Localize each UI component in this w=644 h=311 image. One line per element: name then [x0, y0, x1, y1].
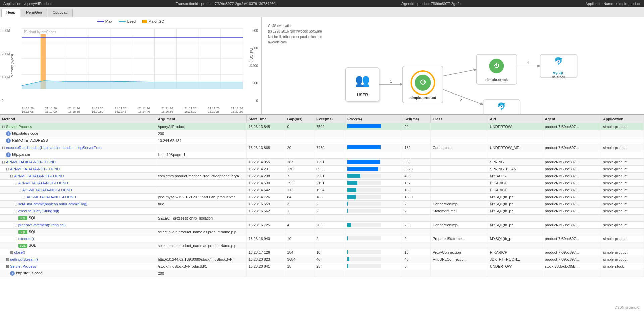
cell-method: ⊟Servlet Process: [0, 123, 156, 130]
cell-execpct: [345, 242, 402, 249]
expand-icon[interactable]: ⊟: [14, 237, 17, 241]
svg-text:tb_stock: tb_stock: [552, 75, 565, 79]
table-row: ihttp.status.code 200: [0, 130, 644, 137]
cell-app: simple-product: [601, 222, 644, 229]
expand-icon[interactable]: ⊟: [18, 188, 21, 192]
table-row: ⊡API-METADATA-NOT-FOUND jdbc:mysql://192…: [0, 194, 644, 201]
cell-api: HIKARICP: [488, 180, 543, 187]
cell-app: simple-product: [601, 144, 644, 151]
expand-icon[interactable]: ⊟: [14, 181, 17, 185]
data-table: Method Argument Start Time Gap(ms) Exec(…: [0, 115, 644, 277]
tab-permgen[interactable]: PermGen: [21, 9, 47, 17]
cell-api: UNDERTOW: [488, 123, 543, 130]
cell-api: HIKARICP: [488, 249, 543, 256]
cell-self: [402, 137, 431, 144]
expand-icon[interactable]: ⊟: [14, 223, 17, 227]
cell-agent: product-7f69bc897...: [543, 173, 601, 180]
cell-starttime: 16:23:16 725: [246, 222, 285, 229]
expand-icon[interactable]: ⊡: [22, 195, 25, 199]
cell-self: 493: [402, 173, 431, 180]
expand-icon[interactable]: ⊡: [10, 250, 13, 254]
cell-argument: com.ctnrs.product.mapper.ProductMapper.q…: [156, 173, 246, 180]
svg-text:1: 1: [390, 79, 392, 83]
method-text: Servlet Process: [6, 125, 32, 129]
expand-icon[interactable]: ⊟: [2, 160, 5, 164]
cell-self: 189: [402, 144, 431, 151]
cell-argument: [156, 249, 246, 256]
cell-argument: [156, 144, 246, 151]
cell-starttime: 16:23:20 823: [246, 256, 285, 263]
col-class: Class: [430, 115, 488, 123]
cell-agent: [543, 215, 601, 222]
table-row: ⊟executeQuery(String sql) 16:23:16 562 1…: [0, 208, 644, 215]
cell-exec: [314, 215, 345, 222]
cell-execpct: [345, 235, 402, 242]
legend-used: Used: [119, 19, 136, 23]
cell-starttime: 16:23:14 530: [246, 180, 285, 187]
cell-method: ⊡close(): [0, 249, 156, 256]
expand-icon[interactable]: ⊟: [10, 174, 13, 178]
expand-icon[interactable]: ⊡: [6, 257, 9, 261]
cell-execpct: [345, 130, 402, 137]
info-icon: i: [10, 271, 15, 276]
cell-class: [430, 215, 488, 222]
cell-class: ProxyConnection: [430, 249, 488, 256]
svg-text:MySQL: MySQL: [496, 114, 507, 114]
cell-exec: [314, 229, 345, 235]
cell-starttime: 16:23:13 868: [246, 144, 285, 151]
cell-self: [402, 215, 431, 222]
cell-api: [488, 242, 543, 249]
cell-self: 2: [402, 208, 431, 215]
col-agent: Agent: [543, 115, 601, 123]
expand-icon[interactable]: ⊟: [2, 146, 5, 150]
cell-app: [601, 229, 644, 235]
cell-execpct: [345, 222, 402, 229]
cell-argument: /stock/findStockByProductId/1: [156, 263, 246, 270]
expand-icon[interactable]: ⊟: [6, 264, 9, 268]
cell-method: ⊡getInputStream(): [0, 256, 156, 263]
tab-cpuload[interactable]: CpuLoad: [48, 9, 73, 17]
cell-exec: 2: [314, 201, 345, 208]
cell-self: 336: [402, 159, 431, 166]
cell-method: ihttp.status.code: [0, 130, 156, 137]
expand-icon[interactable]: ⊟: [14, 209, 17, 213]
cell-starttime: [246, 130, 285, 137]
cell-starttime: [246, 242, 285, 249]
cell-starttime: 16:23:17 126: [246, 249, 285, 256]
table-row: ⊟API-METADATA-NOT-FOUND com.ctnrs.produc…: [0, 173, 644, 180]
cell-api: [488, 151, 543, 159]
cell-starttime: [246, 270, 285, 277]
cell-execpct: [345, 215, 402, 222]
cell-api: UNDERTOW_ME...: [488, 144, 543, 151]
cell-agent: product-7f69bc897...: [543, 208, 601, 215]
method-text: http.status.code: [16, 271, 42, 275]
cell-self: [402, 242, 431, 249]
cell-gap: 184: [285, 249, 314, 256]
cell-api: MYSQL(tb_pr...: [488, 194, 543, 201]
expand-icon[interactable]: ⊟: [6, 167, 9, 171]
cell-starttime: [246, 137, 285, 144]
cell-app: simple-product: [601, 166, 644, 173]
cell-execpct: [345, 256, 402, 263]
cell-gap: 1: [285, 208, 314, 215]
expand-icon[interactable]: ⊟: [2, 125, 5, 129]
method-text: API-METADATA-NOT-FOUND: [6, 160, 56, 164]
cell-class: [430, 187, 488, 194]
cell-argument: 200: [156, 130, 246, 137]
expand-icon[interactable]: ⊡: [14, 202, 17, 206]
cell-gap: 187: [285, 159, 314, 166]
cell-method: ⊟API-METADATA-NOT-FOUND: [0, 166, 156, 173]
cell-agent: [543, 151, 601, 159]
cell-class: [430, 194, 488, 201]
cell-agent: product-7f69bc897...: [543, 144, 601, 151]
method-text: getInputStream(): [10, 257, 38, 261]
cell-agent: product-7f69bc897...: [543, 201, 601, 208]
tab-heap[interactable]: Heap: [1, 9, 20, 17]
cell-agent: [543, 242, 601, 249]
cell-self: [402, 130, 431, 137]
cell-argument: /queryAllProduct: [156, 123, 246, 130]
cell-class: [430, 123, 488, 130]
cell-argument: [156, 235, 246, 242]
cell-agent: [543, 270, 601, 277]
method-text: API-METADATA-NOT-FOUND: [18, 181, 68, 185]
